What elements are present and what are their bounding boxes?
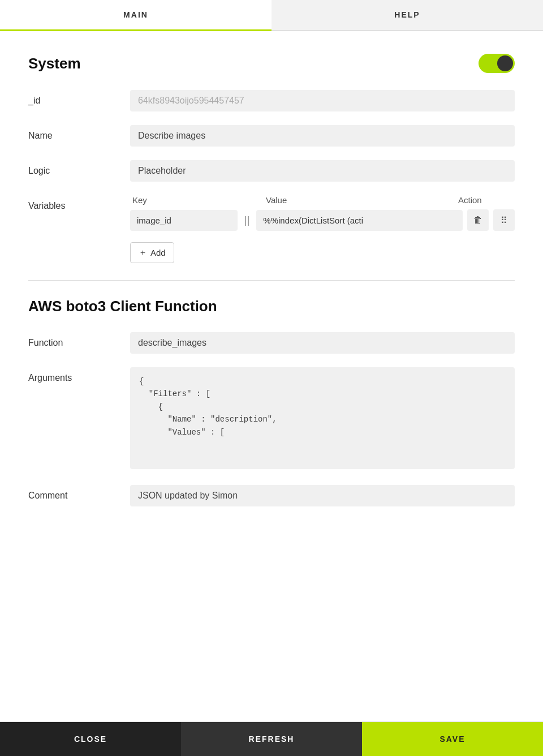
col-action-header: Action [458, 195, 515, 205]
aws-header: AWS boto3 Client Function [28, 298, 515, 315]
var-grid-button[interactable]: ⠿ [493, 209, 515, 231]
save-button[interactable]: SAVE [362, 722, 543, 756]
logic-label: Logic [28, 160, 130, 176]
section-divider [28, 280, 515, 281]
name-field [130, 125, 515, 147]
logic-field [130, 160, 515, 182]
variables-header: Key Value Action [130, 195, 515, 205]
aws-section: AWS boto3 Client Function Function Argum… [28, 298, 515, 506]
grid-icon: ⠿ [501, 215, 507, 226]
col-value-header: Value [266, 195, 458, 205]
name-input[interactable] [130, 125, 515, 147]
tab-main[interactable]: MAIN [0, 0, 272, 31]
variables-label: Variables [28, 195, 130, 211]
variable-row: || 🗑 ⠿ [130, 209, 515, 231]
function-row: Function [28, 332, 515, 354]
variables-field: Key Value Action || 🗑 ⠿ [130, 195, 515, 263]
var-key-input[interactable] [130, 210, 238, 231]
arguments-textarea[interactable]: { "Filters" : [ { "Name" : "description"… [130, 367, 515, 469]
aws-title: AWS boto3 Client Function [28, 298, 217, 315]
id-row: _id [28, 90, 515, 111]
add-variable-button[interactable]: ＋ Add [130, 242, 174, 263]
variables-row: Variables Key Value Action || 🗑 [28, 195, 515, 263]
comment-input[interactable] [130, 485, 515, 506]
main-content: System _id Name Logic [0, 31, 543, 588]
footer-bar: CLOSE REFRESH SAVE [0, 721, 543, 756]
arguments-row: Arguments { "Filters" : [ { "Name" : "de… [28, 367, 515, 471]
function-field [130, 332, 515, 354]
comment-label: Comment [28, 485, 130, 501]
tab-help[interactable]: HELP [272, 0, 543, 30]
system-toggle[interactable] [479, 54, 515, 73]
var-value-input[interactable] [256, 210, 463, 231]
arguments-label: Arguments [28, 367, 130, 383]
system-title: System [28, 55, 81, 72]
comment-row: Comment [28, 485, 515, 506]
toggle-knob [497, 55, 513, 71]
id-input[interactable] [130, 90, 515, 111]
add-label: Add [150, 248, 166, 257]
system-section: System _id Name Logic [28, 54, 515, 263]
function-input[interactable] [130, 332, 515, 354]
comment-field [130, 485, 515, 506]
system-header: System [28, 54, 515, 73]
col-key-header: Key [130, 195, 243, 205]
refresh-button[interactable]: REFRESH [181, 722, 362, 756]
logic-input[interactable] [130, 160, 515, 182]
var-separator: || [242, 214, 252, 226]
trash-icon: 🗑 [473, 215, 482, 225]
name-row: Name [28, 125, 515, 147]
tab-bar: MAIN HELP [0, 0, 543, 31]
id-label: _id [28, 90, 130, 106]
var-delete-button[interactable]: 🗑 [467, 209, 489, 231]
function-label: Function [28, 332, 130, 348]
arguments-field: { "Filters" : [ { "Name" : "description"… [130, 367, 515, 471]
plus-icon: ＋ [139, 247, 147, 258]
close-button[interactable]: CLOSE [0, 722, 181, 756]
id-field [130, 90, 515, 111]
logic-row: Logic [28, 160, 515, 182]
name-label: Name [28, 125, 130, 141]
